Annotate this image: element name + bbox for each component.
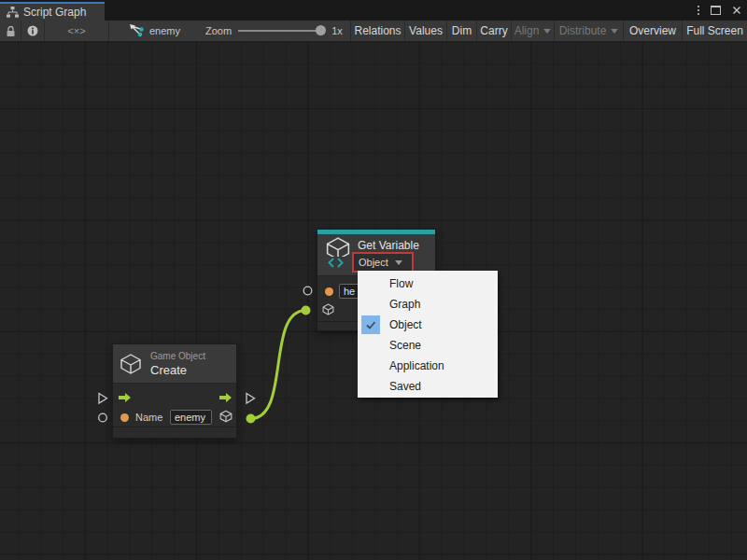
close-icon[interactable] <box>732 6 741 15</box>
script-graph-icon <box>7 7 19 18</box>
carry-button[interactable]: Carry <box>476 21 511 41</box>
tab-script-graph[interactable]: Script Graph <box>0 2 105 21</box>
maximize-icon[interactable] <box>711 6 721 15</box>
checkmark-icon <box>361 315 380 334</box>
variable-kind-dropdown[interactable]: Object <box>352 252 414 273</box>
lock-icon <box>6 25 16 37</box>
caret-down-icon <box>611 29 618 37</box>
zoom-slider[interactable] <box>238 30 324 32</box>
name-port-dot <box>120 413 129 422</box>
info-icon <box>27 25 38 36</box>
node-footer-divider <box>113 427 236 427</box>
zoom-value: 1x <box>331 25 343 36</box>
code-icon: <×> <box>67 25 85 36</box>
object-port-icon <box>322 303 334 315</box>
graph-breadcrumb[interactable]: enemy <box>129 21 180 41</box>
menu-item-graph[interactable]: Graph <box>358 294 498 315</box>
fullscreen-button[interactable]: Full Screen <box>682 21 747 41</box>
connection-wire[interactable] <box>251 311 306 419</box>
lock-button[interactable] <box>0 21 21 41</box>
game-object-port-icon <box>219 410 233 423</box>
flow-input-port[interactable] <box>99 394 107 404</box>
flow-in-arrow-icon <box>118 392 132 403</box>
tab-label: Script Graph <box>23 6 86 19</box>
relations-button[interactable]: Relations <box>350 21 404 41</box>
node-title: Create <box>150 363 205 377</box>
graph-asset-icon <box>129 24 144 37</box>
caret-down-icon <box>543 29 551 37</box>
variable-kind-value: Object <box>359 257 388 268</box>
code-view-button[interactable]: <×> <box>45 21 109 41</box>
value-input-port[interactable] <box>99 413 107 422</box>
overview-button[interactable]: Overview <box>623 21 682 41</box>
variable-name-port-dot <box>325 287 333 296</box>
node-category: Game Object <box>150 351 205 361</box>
variable-cube-icon <box>325 237 353 273</box>
name-input-field[interactable]: enemy <box>170 410 212 425</box>
titlebar: Script Graph <box>0 0 747 21</box>
node-title: Get Variable <box>358 239 419 252</box>
toolbar: <×> enemy Zoom 1x Relations Values Dim C… <box>0 21 747 41</box>
menu-item-saved[interactable]: Saved <box>358 376 498 397</box>
flow-output-port[interactable] <box>247 394 255 404</box>
align-button[interactable]: Align <box>511 21 554 41</box>
zoom-label: Zoom <box>205 25 232 36</box>
object-output-port-connected[interactable] <box>247 414 256 424</box>
graph-name: enemy <box>149 25 180 36</box>
window-menu-icon[interactable] <box>698 6 699 15</box>
node-create-header[interactable]: Game Object Create <box>113 344 236 384</box>
menu-item-application[interactable]: Application <box>358 356 498 376</box>
menu-item-scene[interactable]: Scene <box>358 335 498 356</box>
info-button[interactable] <box>21 21 45 41</box>
cube-icon <box>120 354 142 374</box>
graph-canvas[interactable]: Game Object Create Name enemy <box>0 41 747 560</box>
dim-button[interactable]: Dim <box>446 21 476 41</box>
distribute-button[interactable]: Distribute <box>554 21 623 41</box>
name-port-label: Name <box>135 412 162 423</box>
variable-kind-menu: Flow Graph Object Scene Application Save… <box>358 271 498 398</box>
menu-item-flow[interactable]: Flow <box>358 273 498 294</box>
values-button[interactable]: Values <box>404 21 446 41</box>
name-input-port[interactable] <box>303 287 312 295</box>
code-brackets-icon <box>327 257 345 269</box>
zoom-slider-knob[interactable] <box>316 25 326 35</box>
caret-down-icon <box>395 260 402 269</box>
flow-out-arrow-icon <box>218 392 233 403</box>
node-game-object-create[interactable]: Game Object Create Name enemy <box>112 343 237 439</box>
menu-item-object[interactable]: Object <box>358 315 498 335</box>
object-input-port-connected[interactable] <box>302 306 311 315</box>
